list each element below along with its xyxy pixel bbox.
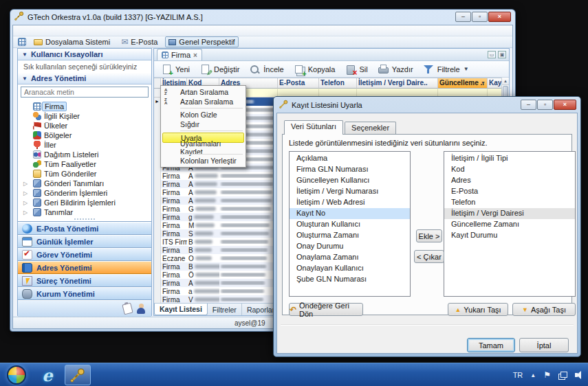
move-down-button[interactable]: ▼ Aşağı Taşı [512,303,576,316]
tree-item[interactable]: ▷ Tüm Faaliyetler [33,159,151,169]
list-item[interactable]: Adres [444,175,575,186]
list-item[interactable]: Telefon [444,197,575,208]
expander-icon[interactable]: ▷ [23,190,30,196]
bottom-tab[interactable]: Filtreler [208,304,242,315]
list-item[interactable]: Kayıt No [290,208,410,219]
tree-item[interactable]: ▷ Ülkeler [33,121,151,130]
list-item[interactable]: İletişim / Web Adresi [290,197,410,208]
list-item[interactable]: Kayıt Durumu [444,230,575,241]
shortcuts-header[interactable]: ▼ Kullanıcı Kısayolları [18,49,151,60]
context-menu-item[interactable]: Uyarlamaları Kaydet [162,143,244,152]
toolbar-button[interactable]: Yeni ▼ [161,64,190,75]
list-item[interactable]: İletişim / Vergi Numarası [290,186,410,197]
move-up-button[interactable]: ▲ Yukarı Taşı [448,303,508,316]
list-item[interactable]: E-Posta [444,186,575,197]
column-header[interactable]: Kayıt Duru.. ▼ [488,78,501,89]
list-item[interactable]: Kod [444,164,575,175]
context-menu-item[interactable]: Sığdır [162,120,244,129]
dialog-minimize-button[interactable]: – [521,100,536,110]
toolbar-button[interactable]: Yazdır ▼ [378,64,413,75]
cancel-button[interactable]: İptal [519,338,569,352]
column-header[interactable]: E-Posta ▼ [278,78,319,89]
toolbar-button[interactable]: Değiştir ▼ [199,64,239,75]
list-item[interactable]: İletişim / Vergi Dairesi [444,208,575,219]
tree-item[interactable]: ▷ Gönderi Tanımları [33,179,151,188]
context-menu-item[interactable]: Kolon Gizle [162,110,244,120]
toolbar-button[interactable]: Filtrele ▼ [423,64,469,75]
genel-perspektif-button[interactable]: Genel Perspektif [165,36,238,47]
list-item[interactable]: Onaylama Zamanı [290,252,410,263]
show-hidden-icons-icon[interactable]: ▲ [530,372,536,378]
list-item[interactable]: Açıklama [290,153,410,164]
orkestra-taskbar-button[interactable] [65,365,91,385]
new-table-icon[interactable] [18,38,26,46]
list-item[interactable]: Onay Durumu [290,241,410,252]
panel-button[interactable]: Görev Yönetimi [18,248,151,261]
language-indicator[interactable]: TR [513,371,523,379]
context-menu-item[interactable]: Azalan Sıralama [162,97,244,106]
list-item[interactable]: Oluşturan Kullanıcı [290,219,410,230]
tree-item[interactable]: ▷ Dağıtım Listeleri [33,150,151,159]
tree-item[interactable]: ▷ İller [33,140,151,150]
dialog-titlebar[interactable]: Kayıt Listesini Uyarla – ▫ × [274,97,580,113]
address-management-header[interactable]: ▼ Adres Yönetimi [18,73,151,84]
tree-item[interactable]: ▷ Bölgeler [33,130,151,140]
scroll-up-icon[interactable]: ▲ [502,78,509,85]
expander-icon[interactable]: ▷ [23,200,30,206]
toolbar-button[interactable]: Kopyala ▼ [294,64,336,75]
minimize-view-icon[interactable]: ▭ [488,51,496,58]
panel-button[interactable]: E-Posta Yönetimi [18,222,151,235]
panel-button[interactable]: Günlük İşlemler [18,235,151,248]
close-button[interactable]: × [488,12,511,22]
dosyalama-sistemi-button[interactable]: Dosyalama Sistemi [30,36,113,47]
dialog-tab[interactable]: Seçenekler [345,122,396,135]
context-menu-item[interactable]: Artan Sıralama [162,87,244,97]
column-header[interactable]: Telefon ▼ [319,78,357,89]
network-icon[interactable] [558,372,567,379]
list-item[interactable]: Güncelleyen Kullanıcı [290,175,410,186]
list-item[interactable]: Şube GLN Numarası [290,274,410,285]
start-button[interactable] [7,365,26,385]
panel-button[interactable]: Süreç Yönetimi [18,274,151,287]
speaker-icon[interactable] [575,371,584,379]
expander-icon[interactable]: ▷ [23,181,30,187]
panel-button[interactable]: Adres Yönetimi [18,261,151,274]
tab-close-icon[interactable]: × [193,52,197,59]
tree-item[interactable]: ▷ Tüm Gönderiler [33,169,151,179]
remove-button[interactable]: < Çıkar [414,250,444,263]
column-header[interactable]: İletişim / Vergi Daire.. ▼ [357,78,438,89]
tree-item[interactable]: ▷ Tanımlar [33,207,151,217]
ok-button[interactable]: Tamam [467,338,515,352]
window-titlebar[interactable]: GTech Orkestra v1.0a (build 1337) [G-YAZ… [10,10,515,25]
context-menu-item[interactable]: Kolonları Yerleştir [162,156,244,166]
search-input[interactable] [21,87,149,98]
eposta-button[interactable]: ✉ E-Posta [118,36,161,48]
dialog-maximize-button[interactable]: ▫ [537,100,553,110]
maximize-view-icon[interactable]: ▣ [498,51,506,58]
clipboard-icon[interactable] [122,303,133,315]
tab-firma[interactable]: Firma × [157,49,202,60]
list-item[interactable]: Onaylayan Kullanıcı [290,263,410,274]
list-item[interactable]: İletişim / İlgili Tipi [444,153,575,164]
maximize-button[interactable]: ▫ [472,12,488,22]
panel-button[interactable]: Kurum Yönetimi [18,287,151,300]
bottom-tab[interactable]: Kayıt Listesi [154,304,208,315]
column-header[interactable]: Güncelleme .. ▼ [438,78,488,89]
dialog-tab[interactable]: Veri Sütunları [284,120,343,135]
add-button[interactable]: Ekle > [416,229,442,242]
expander-icon[interactable]: ▷ [23,209,30,216]
toolbar-button[interactable]: Sil ▼ [345,64,367,75]
dropdown-arrow-icon[interactable]: ▼ [464,66,469,72]
dialog-close-button[interactable]: × [554,100,576,110]
list-item[interactable]: Oluşturma Zamanı [290,230,410,241]
internet-explorer-button[interactable]: e [34,365,61,385]
tree-item[interactable]: ▷ Geri Bildirim İşlemleri [33,198,151,207]
tree-item[interactable]: ▷ İlgili Kişiler [33,111,151,121]
list-item[interactable]: Firma GLN Numarası [290,164,410,175]
action-center-flag-icon[interactable]: ⚑ [543,370,551,380]
list-item[interactable]: Güncelleme Zamanı [444,219,575,230]
tree-item[interactable]: ▷ Gönderim İşlemleri [33,188,151,198]
person-icon[interactable] [136,304,146,314]
minimize-button[interactable]: – [455,12,471,22]
tree-item[interactable]: ▷ Firma [33,102,151,111]
